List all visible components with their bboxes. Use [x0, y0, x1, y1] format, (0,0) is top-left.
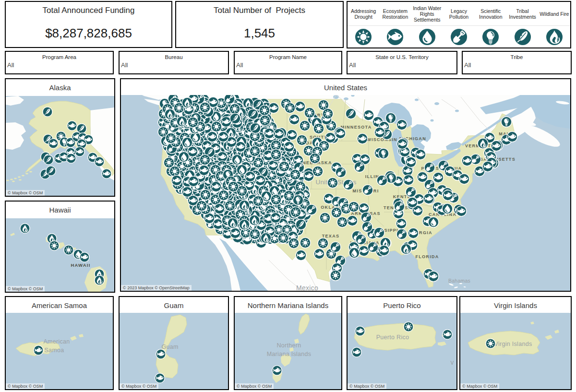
svg-text:Bahamas: Bahamas [448, 278, 470, 284]
svg-text:Samoa: Samoa [44, 347, 64, 354]
svg-text:Mariana Islands: Mariana Islands [267, 351, 312, 357]
svg-text:HAWAII: HAWAII [71, 262, 91, 268]
svg-text:V: V [451, 360, 454, 366]
svg-text:American: American [43, 338, 70, 345]
svg-text:WISCONSIN: WISCONSIN [367, 137, 397, 142]
svg-text:TEXAS: TEXAS [322, 234, 340, 238]
svg-text:FLORIDA: FLORIDA [415, 254, 439, 259]
svg-text:Virgin Islands: Virgin Islands [494, 341, 532, 347]
svg-text:Northern: Northern [276, 342, 301, 349]
svg-text:Mexico: Mexico [296, 284, 318, 291]
svg-text:Guam: Guam [161, 344, 178, 350]
svg-text:Puerto Rico: Puerto Rico [376, 334, 409, 341]
svg-text:MINNESOTA: MINNESOTA [340, 125, 372, 130]
